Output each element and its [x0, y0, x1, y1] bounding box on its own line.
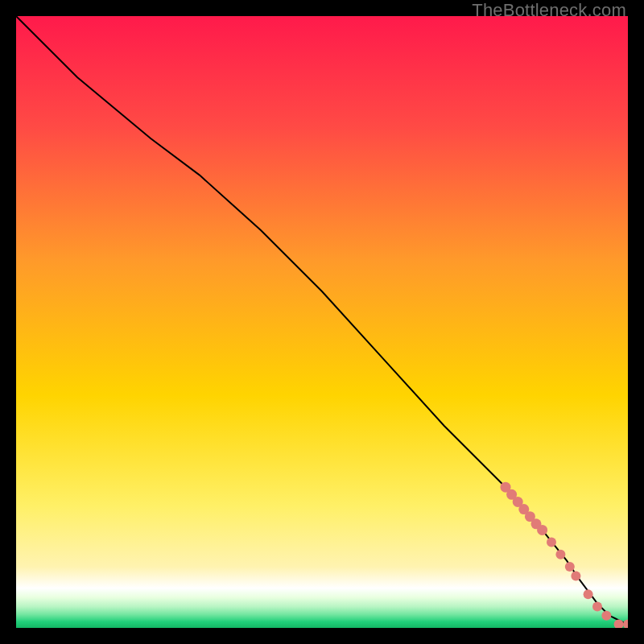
data-point — [555, 550, 565, 559]
data-point — [571, 571, 580, 580]
data-point — [584, 589, 593, 599]
data-point — [547, 538, 556, 547]
chart-svg — [16, 16, 628, 628]
chart-root: { "watermark": "TheBottleneck.com", "col… — [0, 0, 644, 644]
gradient-background — [16, 16, 628, 628]
data-point — [537, 525, 547, 535]
plot-area — [16, 16, 628, 628]
data-point — [592, 601, 602, 611]
data-point — [565, 562, 575, 572]
data-point — [601, 611, 611, 621]
